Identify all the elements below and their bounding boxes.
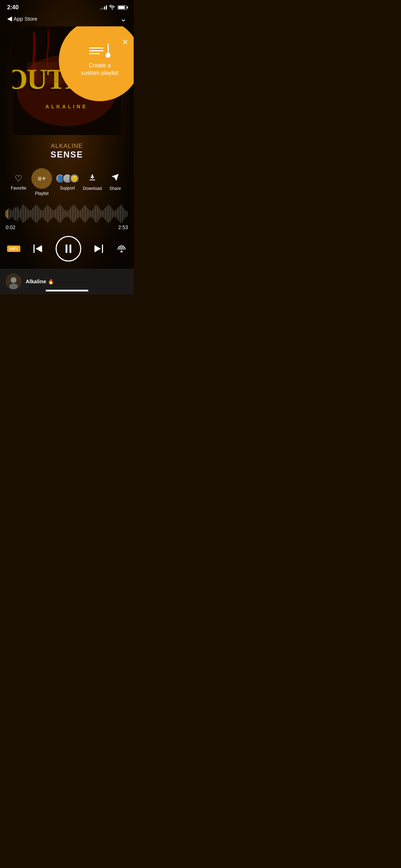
time-row: 0:02 2:53 [6, 223, 128, 233]
favorite-button[interactable]: ♡ Favorite [9, 174, 28, 191]
back-label: App Store [14, 16, 37, 22]
support-avatars: 👤 😊 [55, 174, 79, 184]
mini-artist-name: Alkaline [26, 278, 46, 284]
total-time: 2:53 [118, 224, 128, 230]
waveform-container[interactable]: 0:02 2:53 [0, 202, 134, 233]
track-artist: ALKALINE [7, 143, 127, 150]
heart-icon: ♡ [15, 174, 22, 184]
chevron-down-icon[interactable]: ⌄ [120, 14, 127, 24]
playlist-label: Playlist [35, 191, 48, 196]
signal-icon [101, 5, 107, 10]
next-button[interactable] [93, 244, 104, 254]
pause-icon [66, 244, 71, 253]
svg-text:ALKALINE: ALKALINE [46, 104, 88, 109]
popup-title: Create a custom playlist [81, 62, 119, 77]
favorite-label: Favorite [11, 186, 26, 191]
status-time: 2:40 [7, 4, 19, 11]
svg-point-20 [11, 277, 16, 283]
hifi-badge: HIFI [7, 246, 20, 252]
fire-icon: 🔥 [48, 279, 54, 284]
support-label: Support [60, 186, 75, 191]
status-bar: 2:40 [0, 0, 134, 12]
status-right-icons [101, 5, 127, 11]
svg-rect-7 [34, 244, 35, 253]
playlist-icon-bg: ≡+ [31, 168, 52, 189]
avatar-3: 😊 [70, 174, 79, 184]
download-button[interactable]: Download [83, 173, 102, 191]
nav-controls: ⌄ [120, 14, 127, 24]
share-icon [111, 173, 119, 184]
album-section: OUTLAW OUTLAW ALKALINE ✕ [0, 26, 134, 137]
playlist-button[interactable]: ≡+ Playlist [31, 168, 52, 196]
mini-info: Alkaline 🔥 [26, 278, 128, 285]
svg-point-21 [9, 284, 18, 289]
share-label: Share [109, 186, 121, 191]
waveform[interactable] [6, 205, 128, 223]
pause-button[interactable] [56, 236, 81, 262]
actions-row: ♡ Favorite ≡+ Playlist 👤 😊 [0, 162, 134, 202]
track-name: SENSE [7, 150, 127, 160]
player-controls: HIFI [0, 233, 134, 267]
support-button[interactable]: 👤 😊 Support [55, 174, 79, 191]
nav-bar: ◀ App Store ⌄ [0, 12, 134, 26]
battery-icon [118, 5, 127, 10]
wifi-icon [109, 5, 115, 11]
close-icon[interactable]: ✕ [122, 38, 128, 47]
download-label: Download [83, 186, 102, 191]
svg-rect-8 [102, 244, 103, 253]
home-indicator [46, 290, 88, 291]
svg-rect-6 [89, 180, 95, 180]
back-button[interactable]: ◀ App Store [7, 15, 37, 22]
playlist-add-icon: ≡+ [38, 175, 46, 183]
prev-button[interactable] [32, 244, 43, 254]
airplay-icon[interactable] [117, 243, 127, 255]
playlist-music-icon [89, 43, 110, 58]
current-time: 0:02 [6, 224, 15, 230]
track-info: ALKALINE SENSE [0, 137, 134, 162]
download-icon [88, 173, 97, 184]
share-button[interactable]: Share [106, 173, 125, 191]
mini-avatar [6, 274, 21, 289]
